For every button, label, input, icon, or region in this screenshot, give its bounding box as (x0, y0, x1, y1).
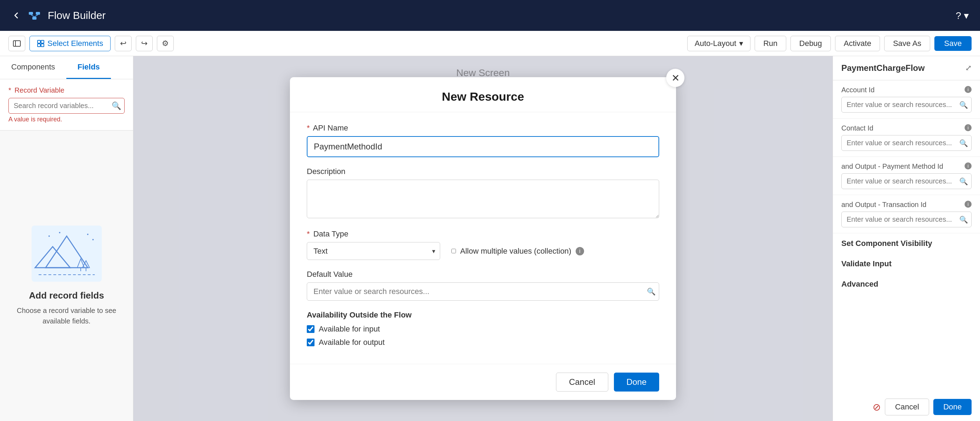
data-type-row: Text Number Currency Boolean Date DateTi… (307, 242, 659, 260)
modal-footer: Cancel Done (290, 364, 676, 400)
field-search-icon-1: 🔍 (959, 139, 968, 147)
svg-rect-7 (38, 40, 40, 43)
data-type-group: * Data Type Text Number Currency Boolean (307, 229, 659, 260)
description-label: Description (307, 167, 659, 176)
svg-rect-11 (32, 226, 102, 282)
field-input-2[interactable] (842, 173, 972, 189)
info-icon-2[interactable]: i (964, 162, 972, 170)
svg-point-20 (87, 234, 89, 235)
api-name-group: * API Name (307, 124, 659, 157)
record-variable-section: * Record Variable 🔍 A value is required. (0, 79, 133, 130)
field-label-1: i Contact Id (842, 124, 972, 132)
right-panel-done-button[interactable]: Done (933, 399, 972, 415)
field-search-icon-2: 🔍 (959, 177, 968, 186)
flow-builder-icon (28, 9, 41, 22)
info-icon-3[interactable]: i (964, 201, 972, 208)
toolbar-left: Select Elements ↩ ↪ ⚙ (8, 36, 174, 51)
auto-layout-button[interactable]: Auto-Layout ▾ (687, 36, 751, 51)
availability-section: Availability Outside the Flow Available … (307, 310, 659, 347)
debug-button[interactable]: Debug (791, 36, 831, 51)
expand-icon[interactable]: ⤢ (965, 64, 972, 73)
settings-button[interactable]: ⚙ (157, 36, 174, 51)
save-as-button[interactable]: Save As (884, 36, 930, 51)
right-panel-field-0: i Account Id 🔍 (833, 80, 980, 119)
run-button[interactable]: Run (755, 36, 786, 51)
modal-close-button[interactable]: ✕ (666, 69, 684, 87)
data-type-select[interactable]: Text Number Currency Boolean Date DateTi… (307, 242, 440, 260)
info-icon-1[interactable]: i (964, 124, 972, 131)
allow-multiple-label[interactable]: Allow multiple values (collection) i (452, 247, 584, 256)
field-search-icon-0: 🔍 (959, 101, 968, 109)
right-panel-cancel-button[interactable]: Cancel (885, 399, 929, 415)
data-type-select-wrapper: Text Number Currency Boolean Date DateTi… (307, 242, 440, 260)
field-input-3[interactable] (842, 211, 972, 227)
tab-components[interactable]: Components (0, 56, 66, 79)
info-icon-0[interactable]: i (964, 86, 972, 93)
auto-layout-chevron: ▾ (739, 39, 743, 48)
help-button[interactable]: ? ▾ (956, 10, 969, 21)
description-textarea[interactable] (307, 180, 659, 218)
add-record-desc: Choose a record variable to see availabl… (11, 305, 122, 326)
default-value-wrapper: 🔍 (307, 283, 659, 301)
top-nav-right: ? ▾ (956, 10, 969, 21)
select-elements-button[interactable]: Select Elements (30, 36, 111, 51)
flow-builder-title: Flow Builder (48, 10, 106, 21)
field-input-wrapper-0: 🔍 (842, 97, 972, 113)
modal-body: * API Name Description * Dat (290, 112, 676, 364)
default-value-search-icon: 🔍 (647, 288, 655, 296)
info-icon[interactable]: i (576, 247, 584, 256)
right-panel: PaymentChargeFlow ⤢ i Account Id 🔍 i Con… (832, 56, 980, 421)
default-value-group: Default Value 🔍 (307, 270, 659, 301)
search-record-button[interactable]: 🔍 (111, 102, 121, 111)
right-panel-field-1: i Contact Id 🔍 (833, 119, 980, 157)
activate-button[interactable]: Activate (835, 36, 880, 51)
available-for-input-checkbox[interactable] (307, 325, 315, 333)
field-input-wrapper-2: 🔍 (842, 173, 972, 189)
sidebar-toggle-button[interactable] (8, 36, 25, 51)
right-panel-footer: ⊘ Cancel Done (833, 393, 980, 421)
api-name-input[interactable] (307, 136, 659, 157)
available-for-output-checkbox[interactable] (307, 338, 315, 346)
modal-title: New Resource (307, 90, 659, 103)
add-record-title: Add record fields (29, 290, 104, 301)
svg-rect-0 (29, 12, 33, 15)
field-label-2: i and Output - Payment Method Id (842, 162, 972, 170)
modal-cancel-button[interactable]: Cancel (556, 373, 608, 392)
right-panel-title: PaymentChargeFlow (842, 63, 924, 73)
toolbar: Select Elements ↩ ↪ ⚙ Auto-Layout ▾ Run … (0, 31, 980, 56)
delete-button[interactable]: ⊘ (873, 401, 881, 413)
tab-fields[interactable]: Fields (66, 56, 111, 79)
main-area: Components Fields * Record Variable 🔍 A … (0, 56, 980, 421)
top-nav-left: Flow Builder (11, 9, 106, 22)
undo-button[interactable]: ↩ (115, 36, 132, 51)
field-input-0[interactable] (842, 97, 972, 113)
available-for-output-label[interactable]: Available for output (307, 338, 659, 347)
right-panel-field-3: i and Output - Transaction Id 🔍 (833, 195, 980, 233)
field-input-wrapper-1: 🔍 (842, 135, 972, 151)
field-input-wrapper-3: 🔍 (842, 211, 972, 227)
modal-done-button[interactable]: Done (614, 373, 659, 392)
right-panel-field-2: i and Output - Payment Method Id 🔍 (833, 157, 980, 195)
field-label-0: i Account Id (842, 86, 972, 94)
required-error: A value is required. (8, 116, 125, 123)
section-advanced[interactable]: Advanced (833, 274, 980, 294)
right-panel-header: PaymentChargeFlow ⤢ (833, 56, 980, 80)
new-resource-modal: ✕ New Resource * API Name Des (290, 77, 676, 400)
field-input-1[interactable] (842, 135, 972, 151)
canvas-area: New Screen ✕ New Resource * API Name (134, 56, 832, 421)
svg-line-3 (31, 15, 34, 17)
redo-button[interactable]: ↪ (136, 36, 153, 51)
back-button[interactable] (11, 11, 21, 21)
section-validate-input[interactable]: Validate Input (833, 254, 980, 274)
svg-rect-2 (32, 17, 37, 20)
save-button[interactable]: Save (934, 36, 972, 51)
svg-rect-10 (41, 44, 44, 47)
search-record-input[interactable] (8, 98, 125, 114)
availability-title: Availability Outside the Flow (307, 310, 659, 319)
available-for-input-label[interactable]: Available for input (307, 324, 659, 334)
default-value-input[interactable] (307, 283, 659, 301)
select-elements-label: Select Elements (48, 39, 103, 48)
section-set-component-visibility[interactable]: Set Component Visibility (833, 233, 980, 254)
allow-multiple-checkbox[interactable] (452, 249, 456, 253)
record-variable-label: * Record Variable (8, 86, 125, 94)
